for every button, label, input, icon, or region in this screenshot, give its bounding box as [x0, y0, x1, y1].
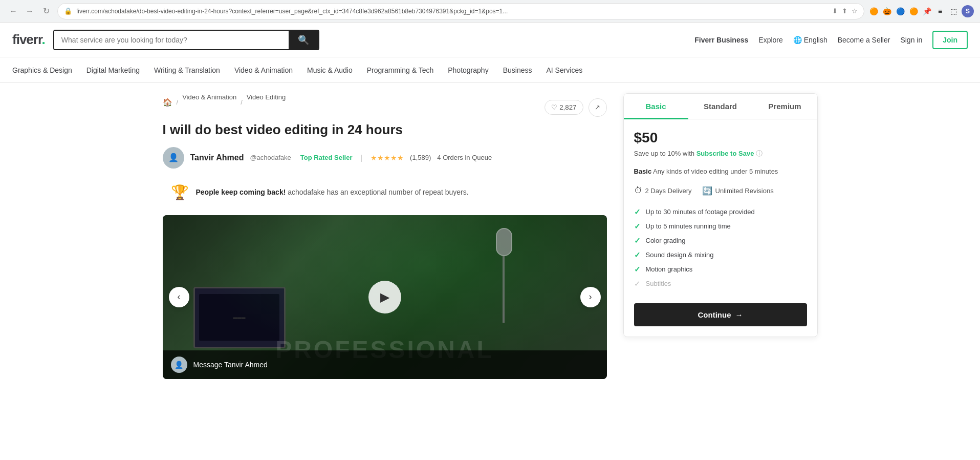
globe-icon: 🌐	[793, 36, 802, 44]
join-button[interactable]: Join	[932, 31, 968, 49]
language-label: English	[804, 36, 827, 44]
delivery-revisions: 🔄 Unlimited Revisions	[702, 186, 774, 196]
cat-business[interactable]: Business	[503, 59, 532, 81]
delivery-row: ⏱ 2 Days Delivery 🔄 Unlimited Revisions	[634, 186, 807, 196]
breadcrumb-video-editing[interactable]: Video Editing	[247, 93, 286, 101]
back-button[interactable]: ←	[6, 4, 20, 18]
check-icon-1: ✓	[634, 207, 641, 217]
forward-button[interactable]: →	[23, 4, 37, 18]
url-bar[interactable]: 🔒 fiverr.com/achodafake/do-best-video-ed…	[57, 3, 864, 19]
ext-icon-1: 🟠	[868, 6, 879, 16]
cat-video-animation[interactable]: Video & Animation	[234, 59, 293, 81]
category-nav: Graphics & Design Digital Marketing Writ…	[0, 57, 980, 83]
url-text: fiverr.com/achodafake/do-best-video-edit…	[76, 8, 828, 15]
save-prefix: Save up to 10% with	[634, 150, 695, 157]
tab-premium[interactable]: Premium	[753, 94, 817, 119]
help-icon[interactable]: ⓘ	[756, 150, 763, 157]
like-count: 2,827	[559, 103, 576, 111]
revisions-text: Unlimited Revisions	[715, 187, 774, 195]
repeat-notice-body: achodafake has an exceptional number of …	[288, 188, 468, 196]
continue-button[interactable]: Continue →	[634, 303, 807, 326]
delivery-days: ⏱ 2 Days Delivery	[634, 186, 692, 195]
header-nav: Fiverr Business Explore 🌐 English Become…	[694, 31, 968, 49]
nav-become-seller[interactable]: Become a Seller	[838, 36, 890, 44]
carousel-prev-button[interactable]: ‹	[169, 287, 189, 307]
seller-avatar: 👤	[163, 147, 184, 169]
feature-item-1: ✓ Up to 30 minutes of footage provided	[634, 205, 807, 219]
tab-basic[interactable]: Basic	[624, 94, 688, 119]
delivery-days-text: 2 Days Delivery	[645, 187, 692, 195]
feature-item-3: ✓ Color grading	[634, 234, 807, 248]
site-header: fiverr. 🔍 Fiverr Business Explore 🌐 Engl…	[0, 23, 980, 57]
check-icon-5: ✓	[634, 265, 641, 274]
price-display: $50	[634, 130, 807, 146]
feature-item-2: ✓ Up to 5 minutes running time	[634, 219, 807, 234]
monitor-prop: ▬▬▬	[193, 287, 286, 348]
search-button[interactable]: 🔍	[289, 31, 318, 49]
browser-chrome: ← → ↻ 🔒 fiverr.com/achodafake/do-best-vi…	[0, 0, 980, 23]
browser-extensions: 🟠 🎃 🔵 🟠 📌 ≡ ⬚ S	[868, 5, 974, 17]
breadcrumb-video-animation[interactable]: Video & Animation	[182, 93, 236, 101]
check-icon-6: ✓	[634, 279, 641, 288]
share-button[interactable]: ↗	[589, 98, 607, 117]
home-icon[interactable]: 🏠	[163, 98, 172, 107]
continue-arrow: →	[735, 310, 743, 319]
message-bar: 👤 Message Tanvir Ahmed	[163, 350, 607, 379]
clock-icon: ⏱	[634, 186, 642, 195]
carousel-next-button[interactable]: ›	[580, 287, 601, 307]
site-wrapper: fiverr. 🔍 Fiverr Business Explore 🌐 Engl…	[0, 23, 980, 389]
check-icon-3: ✓	[634, 236, 641, 245]
search-bar: 🔍	[53, 30, 319, 50]
cat-programming-tech[interactable]: Programming & Tech	[367, 59, 433, 81]
logo-text: fiverr	[12, 32, 42, 47]
tab-standard[interactable]: Standard	[688, 94, 753, 119]
seller-badge: Top Rated Seller	[300, 154, 353, 161]
ext-icon-4: 🟠	[908, 6, 919, 16]
package-label: Basic	[634, 168, 652, 175]
heart-icon: ♡	[551, 103, 557, 111]
cat-writing-translation[interactable]: Writing & Translation	[154, 59, 220, 81]
feature-label-5: Motion graphics	[646, 265, 693, 273]
search-input[interactable]	[54, 31, 289, 49]
ext-icon-2: 🎃	[882, 6, 892, 16]
right-column: Basic Standard Premium $50 Save up to 10…	[623, 93, 818, 379]
subscribe-to-save-link[interactable]: Subscribe to Save	[696, 150, 754, 157]
cat-digital-marketing[interactable]: Digital Marketing	[86, 59, 140, 81]
feature-label-4: Sound design & mixing	[646, 251, 714, 259]
repeat-notice-text: People keep coming back! achodafake has …	[196, 188, 469, 196]
cat-graphics-design[interactable]: Graphics & Design	[12, 59, 72, 81]
cat-ai-services[interactable]: AI Services	[546, 59, 582, 81]
breadcrumb-sep-1: /	[177, 98, 179, 106]
nav-sign-in[interactable]: Sign in	[900, 36, 922, 44]
breadcrumb: 🏠 / Video & Animation / Video Editing	[163, 93, 286, 111]
trophy-icon: 🏆	[171, 184, 189, 201]
like-button[interactable]: ♡ 2,827	[545, 100, 583, 115]
refresh-icon: 🔄	[702, 186, 712, 196]
nav-explore[interactable]: Explore	[758, 36, 782, 44]
seller-name[interactable]: Tanvir Ahmed	[190, 153, 244, 162]
message-avatar: 👤	[171, 357, 187, 373]
gig-title: I will do best video editing in 24 hours	[163, 121, 607, 139]
ext-icon-5: 📌	[922, 6, 932, 16]
reload-button[interactable]: ↻	[39, 4, 53, 18]
seller-divider: |	[360, 154, 362, 162]
feature-item-4: ✓ Sound design & mixing	[634, 248, 807, 262]
feature-label-6: Subtitles	[646, 280, 671, 287]
review-count: (1,589)	[410, 154, 431, 161]
nav-fiverr-business[interactable]: Fiverr Business	[694, 36, 748, 44]
feature-item-6: ✓ Subtitles	[634, 277, 807, 291]
cat-photography[interactable]: Photography	[448, 59, 488, 81]
play-button[interactable]: ▶	[368, 281, 401, 313]
pricing-body: $50 Save up to 10% with Subscribe to Sav…	[624, 119, 817, 337]
fiverr-logo[interactable]: fiverr.	[12, 32, 45, 48]
feature-label-2: Up to 5 minutes running time	[646, 222, 731, 230]
nav-language[interactable]: 🌐 English	[793, 36, 827, 44]
logo-dot: .	[42, 32, 45, 47]
save-text-row: Save up to 10% with Subscribe to Save ⓘ	[634, 149, 807, 158]
star-rating: ★★★★★	[371, 154, 404, 162]
check-icon-4: ✓	[634, 250, 641, 260]
cat-music-audio[interactable]: Music & Audio	[307, 59, 353, 81]
browser-nav-buttons: ← → ↻	[6, 4, 53, 18]
breadcrumb-row: 🏠 / Video & Animation / Video Editing ♡ …	[163, 93, 607, 121]
message-bar-text[interactable]: Message Tanvir Ahmed	[193, 361, 268, 369]
